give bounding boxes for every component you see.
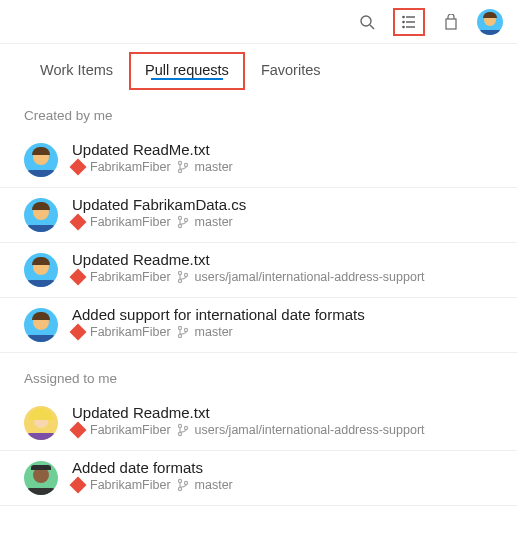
row-meta: FabrikamFibermaster	[72, 478, 493, 492]
tab-work-items[interactable]: Work Items	[24, 52, 129, 90]
tab-favorites[interactable]: Favorites	[245, 52, 337, 90]
shopping-bag-icon[interactable]	[441, 12, 461, 32]
svg-point-11	[184, 163, 187, 166]
branch-name: master	[195, 325, 233, 339]
tab-label: Favorites	[261, 62, 321, 78]
top-bar	[0, 0, 517, 44]
branch-icon	[177, 325, 189, 339]
section-header: Created by me	[0, 90, 517, 133]
svg-point-16	[178, 279, 181, 282]
pull-request-row[interactable]: Added date formatsFabrikamFibermaster	[0, 451, 517, 506]
tab-bar: Work ItemsPull requestsFavorites	[0, 44, 517, 90]
section-header: Assigned to me	[0, 353, 517, 396]
row-body: Updated Readme.txtFabrikamFiberusers/jam…	[72, 251, 493, 284]
row-meta: FabrikamFibermaster	[72, 160, 493, 174]
row-body: Updated FabrikamData.csFabrikamFibermast…	[72, 196, 493, 229]
svg-point-21	[178, 424, 181, 427]
svg-point-5	[403, 16, 404, 17]
branch-icon	[177, 423, 189, 437]
author-avatar	[24, 406, 58, 440]
branch-name: master	[195, 215, 233, 229]
row-body: Updated ReadMe.txtFabrikamFibermaster	[72, 141, 493, 174]
branch-icon	[177, 215, 189, 229]
svg-point-23	[184, 426, 187, 429]
svg-point-10	[178, 169, 181, 172]
tab-label: Work Items	[40, 62, 113, 78]
author-avatar	[24, 198, 58, 232]
svg-point-19	[178, 334, 181, 337]
row-body: Added date formatsFabrikamFibermaster	[72, 459, 493, 492]
svg-point-26	[184, 481, 187, 484]
pull-request-title[interactable]: Added support for international date for…	[72, 306, 493, 323]
svg-point-22	[178, 432, 181, 435]
repo-icon	[70, 324, 87, 341]
repo-icon	[70, 269, 87, 286]
repo-icon	[70, 214, 87, 231]
branch-icon	[177, 160, 189, 174]
pull-request-list: Updated Readme.txtFabrikamFiberusers/jam…	[0, 396, 517, 506]
repo-name: FabrikamFiber	[90, 423, 171, 437]
author-avatar	[24, 461, 58, 495]
pull-request-row[interactable]: Updated FabrikamData.csFabrikamFibermast…	[0, 188, 517, 243]
repo-name: FabrikamFiber	[90, 325, 171, 339]
branch-icon	[177, 270, 189, 284]
pull-request-row[interactable]: Updated ReadMe.txtFabrikamFibermaster	[0, 133, 517, 188]
pull-request-title[interactable]: Updated Readme.txt	[72, 251, 493, 268]
row-body: Updated Readme.txtFabrikamFiberusers/jam…	[72, 404, 493, 437]
svg-point-12	[178, 216, 181, 219]
row-meta: FabrikamFiberusers/jamal/international-a…	[72, 423, 493, 437]
svg-point-13	[178, 224, 181, 227]
svg-point-24	[178, 479, 181, 482]
tab-label: Pull requests	[145, 62, 229, 78]
pull-request-title[interactable]: Updated FabrikamData.cs	[72, 196, 493, 213]
svg-point-0	[361, 16, 371, 26]
repo-name: FabrikamFiber	[90, 215, 171, 229]
repo-icon	[70, 477, 87, 494]
pull-request-row[interactable]: Updated Readme.txtFabrikamFiberusers/jam…	[0, 243, 517, 298]
svg-point-14	[184, 218, 187, 221]
repo-name: FabrikamFiber	[90, 478, 171, 492]
repo-icon	[70, 422, 87, 439]
svg-point-18	[178, 326, 181, 329]
pull-request-row[interactable]: Updated Readme.txtFabrikamFiberusers/jam…	[0, 396, 517, 451]
svg-point-6	[403, 21, 404, 22]
author-avatar	[24, 253, 58, 287]
pull-request-list: Updated ReadMe.txtFabrikamFibermasterUpd…	[0, 133, 517, 353]
repo-name: FabrikamFiber	[90, 160, 171, 174]
svg-point-20	[184, 328, 187, 331]
list-view-button-highlighted[interactable]	[393, 8, 425, 36]
tab-pull-requests[interactable]: Pull requests	[129, 52, 245, 90]
tab-underline	[151, 78, 223, 80]
svg-point-25	[178, 487, 181, 490]
branch-name: master	[195, 160, 233, 174]
user-avatar[interactable]	[477, 9, 503, 35]
branch-icon	[177, 478, 189, 492]
branch-name: master	[195, 478, 233, 492]
author-avatar	[24, 143, 58, 177]
svg-line-1	[370, 25, 374, 29]
branch-name: users/jamal/international-address-suppor…	[195, 270, 425, 284]
repo-name: FabrikamFiber	[90, 270, 171, 284]
svg-point-7	[403, 26, 404, 27]
repo-icon	[70, 159, 87, 176]
svg-point-9	[178, 161, 181, 164]
row-meta: FabrikamFibermaster	[72, 215, 493, 229]
svg-point-17	[184, 273, 187, 276]
search-icon[interactable]	[357, 12, 377, 32]
row-meta: FabrikamFibermaster	[72, 325, 493, 339]
row-meta: FabrikamFiberusers/jamal/international-a…	[72, 270, 493, 284]
row-body: Added support for international date for…	[72, 306, 493, 339]
author-avatar	[24, 308, 58, 342]
svg-point-15	[178, 271, 181, 274]
pull-request-row[interactable]: Added support for international date for…	[0, 298, 517, 353]
branch-name: users/jamal/international-address-suppor…	[195, 423, 425, 437]
svg-rect-8	[446, 19, 456, 29]
pull-request-title[interactable]: Updated Readme.txt	[72, 404, 493, 421]
pull-request-title[interactable]: Added date formats	[72, 459, 493, 476]
pull-request-title[interactable]: Updated ReadMe.txt	[72, 141, 493, 158]
